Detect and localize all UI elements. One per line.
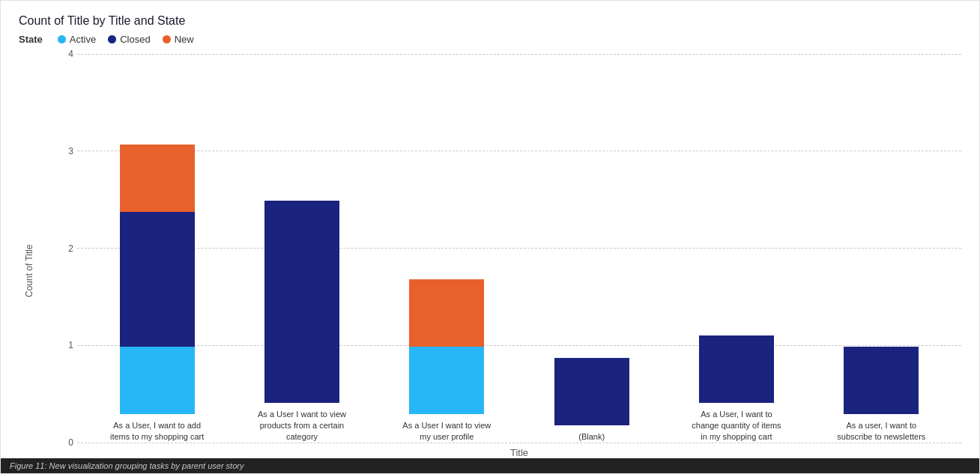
active-dot — [58, 35, 66, 43]
chart-inner: 43210 As a User, I want to add items to … — [40, 54, 961, 458]
legend-state-label: State — [19, 34, 43, 45]
y-tick-0: 0 — [47, 437, 73, 448]
legend-active-label: Active — [70, 34, 96, 45]
bar-group-0: As a User, I want to add items to my sho… — [99, 145, 215, 443]
y-tick-1: 1 — [47, 340, 73, 350]
bar-group-3: (Blank) — [533, 358, 650, 443]
stacked-bar-5 — [844, 347, 919, 414]
y-tick-2: 2 — [47, 243, 73, 254]
bar-segment-closed-3 — [554, 358, 629, 425]
stacked-bar-3 — [554, 358, 629, 425]
closed-dot — [108, 35, 116, 43]
bar-label-4: As a User, I want to change quantity of … — [688, 409, 785, 443]
legend-item-active: Active — [58, 34, 96, 45]
figure-caption: Figure 11: New visualization grouping ta… — [1, 458, 979, 473]
stacked-bar-4 — [699, 335, 774, 403]
bar-segment-new-0 — [120, 145, 195, 212]
plot-area: 43210 As a User, I want to add items to … — [40, 54, 961, 443]
stacked-bar-0 — [120, 145, 195, 414]
bar-segment-closed-1 — [264, 201, 339, 403]
bar-group-5: As a user, I want to subscribe to newsle… — [823, 347, 940, 443]
bar-segment-closed-0 — [120, 212, 195, 347]
bar-segment-active-2 — [409, 347, 484, 414]
legend-closed-label: Closed — [120, 34, 150, 45]
x-axis-title: Title — [40, 447, 961, 458]
y-tick-4: 4 — [47, 49, 73, 59]
bar-label-2: As a User I want to view my user profile — [398, 420, 495, 443]
bar-group-2: As a User I want to view my user profile — [389, 279, 505, 443]
bar-segment-new-2 — [409, 279, 484, 347]
bar-segment-closed-4 — [699, 335, 774, 403]
chart-title: Count of Title by Title and State — [19, 14, 961, 28]
chart-area: Count of Title 43210 As a User, I want t… — [19, 54, 961, 458]
stacked-bar-2 — [409, 279, 484, 414]
legend-new-label: New — [175, 34, 194, 45]
new-dot — [163, 35, 171, 43]
legend-item-new: New — [163, 34, 194, 45]
chart-container: Count of Title by Title and State State … — [0, 0, 980, 474]
legend-item-closed: Closed — [108, 34, 150, 45]
bars-container: As a User, I want to add items to my sho… — [77, 54, 961, 443]
bar-label-0: As a User, I want to add items to my sho… — [109, 420, 206, 443]
bar-label-3: (Blank) — [578, 431, 605, 443]
bar-group-4: As a User, I want to change quantity of … — [678, 335, 794, 443]
bar-label-1: As a User I want to view products from a… — [253, 409, 351, 443]
stacked-bar-1 — [264, 201, 339, 403]
bar-label-5: As a user, I want to subscribe to newsle… — [832, 420, 930, 443]
bar-segment-closed-5 — [844, 347, 919, 414]
y-axis-label: Count of Title — [19, 54, 40, 458]
bar-segment-active-0 — [120, 347, 195, 414]
bar-group-1: As a User I want to view products from a… — [244, 201, 360, 443]
legend: State Active Closed New — [19, 34, 961, 45]
y-tick-3: 3 — [47, 146, 73, 157]
